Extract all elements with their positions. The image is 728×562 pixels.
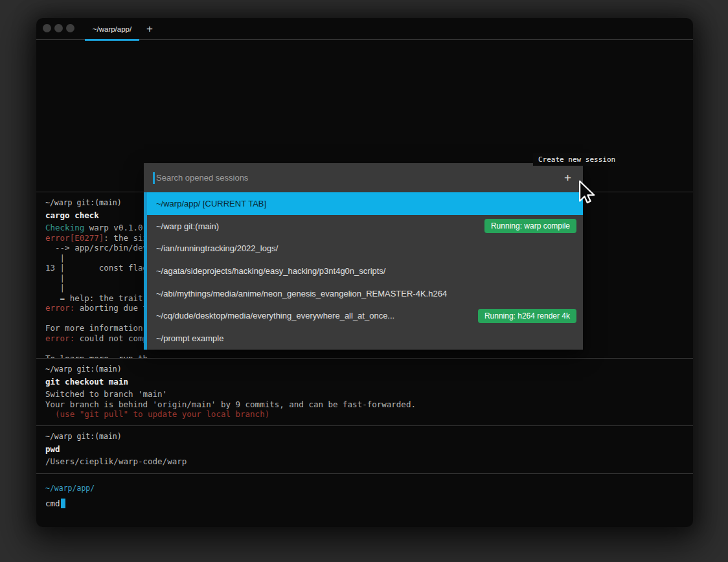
tab-active[interactable]: ~/warp/app/ bbox=[85, 18, 139, 39]
mouse-cursor-icon bbox=[573, 180, 597, 208]
session-label: ~/warp/app/ [CURRENT TAB] bbox=[156, 199, 576, 208]
window-control-close-icon[interactable] bbox=[43, 24, 51, 32]
window-controls bbox=[43, 24, 74, 32]
terminal-block-pwd: ~/warp git:(main)pwd/Users/cieplik/warp-… bbox=[36, 425, 693, 473]
session-item[interactable]: ~/cq/dude/desktop/media/everything_every… bbox=[147, 305, 583, 328]
command-output: /Users/cieplik/warp-code/warp bbox=[45, 456, 693, 467]
command-input[interactable]: cmd bbox=[45, 499, 693, 508]
session-label: ~/agata/sideprojects/hacking/easy_hackin… bbox=[156, 266, 576, 276]
typed-command: cmd bbox=[45, 499, 60, 508]
command-text: git checkout main bbox=[45, 377, 693, 387]
session-picker: Search opened sessions + ~/warp/app/ [CU… bbox=[144, 163, 583, 350]
running-badge: Running: warp compile bbox=[484, 219, 576, 233]
text-cursor-icon bbox=[61, 499, 65, 508]
window-control-minimize-icon[interactable] bbox=[54, 24, 63, 32]
window-control-maximize-icon[interactable] bbox=[66, 24, 74, 32]
new-tab-button[interactable]: + bbox=[140, 18, 159, 39]
tooltip: Create new session bbox=[533, 153, 620, 166]
terminal-block-git-checkout: ~/warp git:(main)git checkout mainSwitch… bbox=[36, 358, 693, 425]
session-item[interactable]: ~/agata/sideprojects/hacking/easy_hackin… bbox=[147, 260, 583, 282]
terminal-window: ~/warp/app/ + ~/warp git:(main)cargo che… bbox=[36, 18, 693, 527]
session-item[interactable]: ~/ian/runningtracking/2022_logs/ bbox=[147, 237, 583, 260]
session-label: ~/prompt example bbox=[156, 333, 576, 343]
session-search-row: Search opened sessions + bbox=[144, 163, 583, 192]
prompt-path: ~/warp/app/ bbox=[45, 484, 693, 493]
running-badge: Running: h264 render 4k bbox=[478, 309, 576, 323]
session-label: ~/cq/dude/desktop/media/everything_every… bbox=[156, 311, 478, 320]
prompt-header: ~/warp git:(main) bbox=[45, 426, 693, 441]
command-output: Switched to branch 'main' Your branch is… bbox=[45, 389, 693, 420]
session-label: ~/ian/runningtracking/2022_logs/ bbox=[156, 243, 576, 253]
prompt-header: ~/warp git:(main) bbox=[45, 359, 693, 374]
active-prompt-block: ~/warp/app/ cmd bbox=[36, 473, 693, 527]
session-label: ~/abi/mythings/media/anime/neon_genesis_… bbox=[156, 289, 576, 298]
tab-title: ~/warp/app/ bbox=[93, 25, 131, 33]
session-label: ~/warp git:(main) bbox=[156, 221, 484, 231]
session-item[interactable]: ~/warp git:(main)Running: warp compile bbox=[147, 215, 583, 238]
session-list: ~/warp/app/ [CURRENT TAB]~/warp git:(mai… bbox=[144, 192, 583, 350]
session-item[interactable]: ~/warp/app/ [CURRENT TAB] bbox=[147, 192, 583, 215]
title-bar: ~/warp/app/ + bbox=[36, 18, 693, 40]
search-input[interactable]: Search opened sessions bbox=[156, 173, 562, 183]
session-item[interactable]: ~/prompt example bbox=[147, 327, 583, 350]
command-text: pwd bbox=[45, 444, 693, 454]
session-item[interactable]: ~/abi/mythings/media/anime/neon_genesis_… bbox=[147, 282, 583, 305]
search-caret-icon bbox=[153, 172, 155, 184]
